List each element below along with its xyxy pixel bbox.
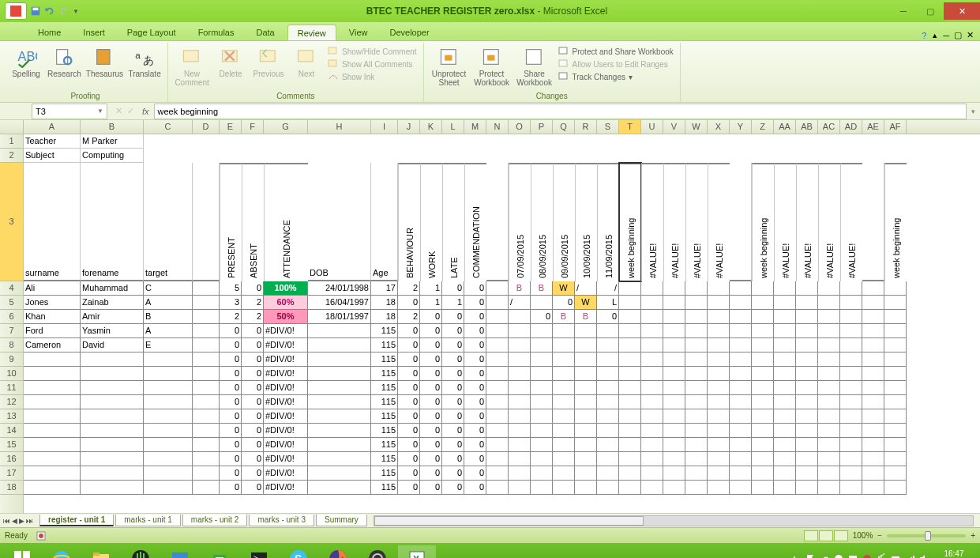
cell[interactable]: 115 (371, 424, 398, 438)
cell[interactable] (774, 481, 796, 495)
cell[interactable]: 0 (553, 296, 575, 310)
ribbon-tab-view[interactable]: View (340, 25, 377, 40)
app-icon[interactable] (122, 545, 160, 558)
spelling-button[interactable]: ABCSpelling (9, 46, 43, 78)
cell[interactable]: 0 (398, 367, 420, 381)
cell[interactable] (730, 466, 752, 481)
cell[interactable]: WORK (420, 163, 442, 281)
cell[interactable]: 0 (464, 324, 486, 338)
cell[interactable] (752, 438, 774, 452)
cell[interactable]: 0 (442, 409, 464, 424)
sheet-nav[interactable]: ⏮◀▶⏭ (0, 517, 36, 525)
cell[interactable] (840, 452, 862, 466)
cell[interactable] (862, 281, 884, 296)
col-header-R[interactable]: R (575, 120, 597, 134)
cell[interactable]: 0 (464, 381, 486, 395)
cell[interactable] (730, 424, 752, 438)
cell[interactable]: target (144, 163, 193, 281)
cell[interactable]: 17 (371, 281, 398, 296)
cell[interactable] (796, 338, 818, 353)
cell[interactable] (663, 310, 685, 324)
col-header-H[interactable]: H (308, 120, 371, 134)
cell[interactable] (486, 424, 509, 438)
cell[interactable] (597, 395, 619, 409)
cell[interactable] (730, 395, 752, 409)
cell[interactable] (663, 424, 685, 438)
cell[interactable] (531, 149, 553, 163)
allow-users-edit[interactable]: Allow Users to Edit Ranges (558, 58, 674, 70)
cell[interactable] (81, 481, 144, 495)
cell[interactable] (24, 438, 81, 452)
cell[interactable]: 0 (220, 481, 242, 495)
cell[interactable] (597, 481, 619, 495)
cell[interactable] (24, 367, 81, 381)
cell[interactable] (398, 134, 420, 149)
cell[interactable] (730, 310, 752, 324)
cell[interactable] (308, 134, 371, 149)
delete-comment-button[interactable]: Delete (214, 46, 247, 78)
col-header-C[interactable]: C (144, 120, 193, 134)
cell[interactable] (752, 367, 774, 381)
ribbon-tab-insert[interactable]: Insert (73, 25, 115, 40)
cell[interactable] (242, 149, 264, 163)
cell[interactable] (730, 163, 752, 281)
cell[interactable] (24, 395, 81, 409)
cell[interactable] (575, 424, 597, 438)
cell[interactable] (509, 466, 531, 481)
cell[interactable]: 18 (371, 310, 398, 324)
cell[interactable] (486, 149, 509, 163)
cell[interactable] (708, 149, 730, 163)
cell[interactable] (862, 395, 884, 409)
enter-formula-icon[interactable]: ✓ (127, 106, 134, 116)
cell[interactable] (774, 338, 796, 353)
cell[interactable] (509, 338, 531, 353)
cell[interactable] (24, 466, 81, 481)
cell[interactable] (575, 395, 597, 409)
cell[interactable] (884, 452, 907, 466)
cell[interactable]: 115 (371, 438, 398, 452)
ribbon-minimize-icon[interactable]: ▲ (931, 32, 938, 40)
cell[interactable] (619, 452, 641, 466)
cell[interactable] (685, 381, 708, 395)
cell[interactable] (486, 395, 509, 409)
cell[interactable] (708, 481, 730, 495)
cell[interactable]: #DIV/0! (264, 395, 308, 409)
cell[interactable] (531, 296, 553, 310)
cell[interactable]: E (144, 338, 193, 353)
cell[interactable]: 0 (464, 481, 486, 495)
cell[interactable] (531, 338, 553, 353)
store-icon[interactable] (201, 545, 238, 558)
cell[interactable]: #DIV/0! (264, 438, 308, 452)
cell[interactable]: #DIV/0! (264, 452, 308, 466)
cell[interactable] (796, 281, 818, 296)
cell[interactable] (663, 409, 685, 424)
unprotect-sheet-button[interactable]: Unprotect Sheet (430, 46, 468, 87)
cell[interactable] (193, 466, 220, 481)
name-box[interactable]: T3▼ (32, 104, 107, 119)
col-header-O[interactable]: O (509, 120, 531, 134)
cell[interactable] (840, 481, 862, 495)
cell[interactable] (796, 367, 818, 381)
cell[interactable] (597, 324, 619, 338)
cell[interactable] (193, 134, 220, 149)
undo-icon[interactable] (44, 6, 55, 17)
cell[interactable] (509, 367, 531, 381)
cell[interactable] (708, 310, 730, 324)
sheet-tab[interactable]: register - unit 1 (39, 515, 114, 526)
cell[interactable] (752, 324, 774, 338)
cell[interactable]: Computing (81, 149, 144, 163)
cell[interactable] (730, 367, 752, 381)
cell[interactable]: 0 (242, 367, 264, 381)
cell[interactable] (685, 324, 708, 338)
cell[interactable] (840, 281, 862, 296)
cell[interactable] (641, 367, 663, 381)
row-header-17[interactable]: 17 (0, 466, 23, 481)
cell[interactable] (486, 281, 509, 296)
cell[interactable]: 0 (442, 367, 464, 381)
cell[interactable]: surname (24, 163, 81, 281)
cell[interactable] (862, 466, 884, 481)
cell[interactable]: 0 (420, 324, 442, 338)
cell[interactable] (685, 395, 708, 409)
cell[interactable] (796, 438, 818, 452)
cell[interactable] (685, 409, 708, 424)
